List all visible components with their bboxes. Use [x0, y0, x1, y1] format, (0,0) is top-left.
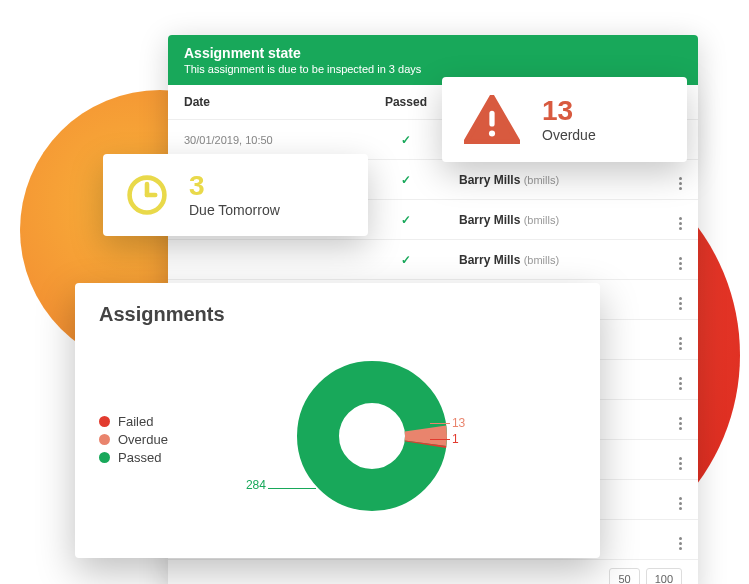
legend-label-overdue: Overdue [118, 432, 168, 447]
cell-passed: ✓ [369, 200, 443, 240]
kebab-icon[interactable] [679, 417, 682, 430]
swatch-overdue-icon [99, 434, 110, 445]
due-tomorrow-card[interactable]: 3 Due Tomorrow [103, 154, 368, 236]
cell-actions [663, 520, 698, 560]
cell-inspector: Barry Mills (bmills) [443, 160, 663, 200]
cell-actions [663, 200, 698, 240]
kebab-icon[interactable] [679, 377, 682, 390]
legend-item-passed[interactable]: Passed [99, 450, 168, 465]
cell-inspector: Barry Mills (bmills) [443, 240, 663, 280]
donut-chart: 284 13 1 [252, 344, 492, 534]
pager-option-100[interactable]: 100 [646, 568, 682, 584]
overdue-card[interactable]: 13 Overdue [442, 77, 687, 162]
kebab-icon[interactable] [679, 457, 682, 470]
pager: 50 100 [609, 568, 682, 584]
kebab-icon[interactable] [679, 497, 682, 510]
assignments-title: Assignments [99, 303, 576, 326]
callout-passed-value: 284 [246, 478, 266, 492]
due-label: Due Tomorrow [189, 202, 280, 218]
col-date[interactable]: Date [168, 85, 369, 120]
due-count: 3 [189, 172, 280, 200]
check-icon: ✓ [401, 133, 411, 147]
check-icon: ✓ [401, 173, 411, 187]
overdue-count: 13 [542, 97, 596, 125]
svg-point-1 [489, 130, 495, 136]
cell-inspector: Barry Mills (bmills) [443, 200, 663, 240]
legend-label-passed: Passed [118, 450, 161, 465]
cell-date [168, 240, 369, 280]
legend-label-failed: Failed [118, 414, 153, 429]
svg-rect-0 [489, 111, 494, 127]
legend-item-failed[interactable]: Failed [99, 414, 168, 429]
swatch-failed-icon [99, 416, 110, 427]
table-row[interactable]: ✓Barry Mills (bmills) [168, 240, 698, 280]
kebab-icon[interactable] [679, 217, 682, 230]
cell-actions [663, 160, 698, 200]
col-passed[interactable]: Passed [369, 85, 443, 120]
card-title: Assignment state [184, 45, 682, 61]
overdue-label: Overdue [542, 127, 596, 143]
cell-actions [663, 280, 698, 320]
cell-actions [663, 320, 698, 360]
swatch-passed-icon [99, 452, 110, 463]
cell-actions [663, 360, 698, 400]
kebab-icon[interactable] [679, 257, 682, 270]
callout-overdue-value: 13 [452, 416, 465, 430]
cell-passed: ✓ [369, 160, 443, 200]
callout-overdue: 13 [452, 416, 465, 430]
legend-item-overdue[interactable]: Overdue [99, 432, 168, 447]
check-icon: ✓ [401, 253, 411, 267]
cell-actions [663, 240, 698, 280]
kebab-icon[interactable] [679, 177, 682, 190]
assignments-card: Assignments Failed Overdue Passed [75, 283, 600, 558]
cell-passed: ✓ [369, 240, 443, 280]
cell-actions [663, 480, 698, 520]
check-icon: ✓ [401, 213, 411, 227]
kebab-icon[interactable] [679, 537, 682, 550]
cell-actions [663, 400, 698, 440]
callout-passed: 284 [246, 478, 266, 492]
callout-failed-value: 1 [452, 432, 459, 446]
clock-icon [125, 173, 169, 217]
cell-actions [663, 440, 698, 480]
pager-option-50[interactable]: 50 [609, 568, 639, 584]
card-subtitle: This assignment is due to be inspected i… [184, 63, 682, 75]
cell-passed: ✓ [369, 120, 443, 160]
warning-icon [464, 95, 520, 144]
kebab-icon[interactable] [679, 297, 682, 310]
kebab-icon[interactable] [679, 337, 682, 350]
chart-legend: Failed Overdue Passed [99, 411, 168, 468]
callout-failed: 1 [452, 432, 459, 446]
